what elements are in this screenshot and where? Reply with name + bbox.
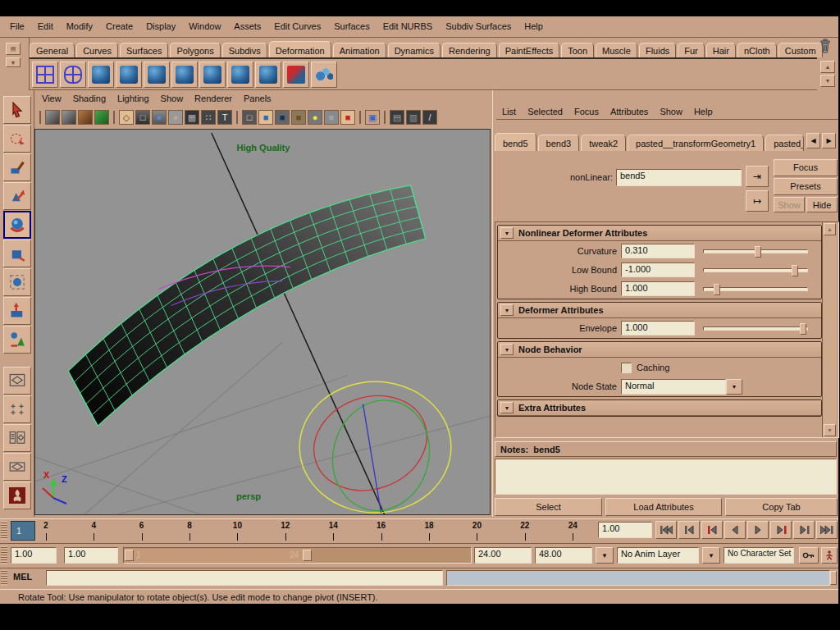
low-bound-field[interactable]: -1.000 bbox=[621, 262, 695, 277]
ae-menu-focus[interactable]: Focus bbox=[568, 105, 605, 118]
go-to-end-button[interactable] bbox=[816, 521, 838, 539]
range-end-handle[interactable] bbox=[303, 550, 312, 561]
low-bound-slider-handle[interactable] bbox=[792, 265, 798, 276]
shelf-tab-curves[interactable]: Curves bbox=[76, 43, 118, 57]
shelf-scroll-down-button[interactable]: ▼ bbox=[820, 75, 835, 87]
attribute-scrollbar[interactable]: ▲ ▼ bbox=[822, 222, 836, 437]
animation-end-field[interactable]: 48.00 bbox=[535, 547, 592, 564]
scene-canvas[interactable] bbox=[35, 130, 490, 514]
node-state-dropdown-arrow-icon[interactable]: ▼ bbox=[726, 379, 742, 395]
ae-menu-attributes[interactable]: Attributes bbox=[605, 105, 654, 118]
menu-create[interactable]: Create bbox=[99, 18, 139, 34]
character-set-dropdown-icon[interactable]: ▼ bbox=[702, 547, 720, 564]
shadows-icon[interactable]: ■ bbox=[324, 110, 339, 125]
show-button[interactable]: Show bbox=[774, 197, 805, 212]
shelf-tab-polygons[interactable]: Polygons bbox=[170, 43, 220, 57]
section-header-extra-attributes[interactable]: ▼Extra Attributes bbox=[498, 400, 821, 416]
curvature-slider[interactable] bbox=[703, 249, 808, 253]
shelf-tab-dynamics[interactable]: Dynamics bbox=[388, 43, 441, 57]
shelf-menu-button[interactable]: ▤ bbox=[6, 43, 21, 55]
time-slider-grip[interactable] bbox=[1, 521, 7, 540]
lasso-select-tool-button[interactable] bbox=[3, 125, 31, 153]
menu-help[interactable]: Help bbox=[518, 18, 550, 34]
caching-checkbox[interactable] bbox=[621, 363, 632, 373]
envelope-slider[interactable] bbox=[703, 326, 808, 331]
isolate-select-icon[interactable]: ▣ bbox=[365, 110, 380, 125]
camera-icon[interactable] bbox=[45, 110, 60, 125]
rotate-tool-button[interactable] bbox=[3, 211, 31, 239]
wave-deformer-icon[interactable] bbox=[227, 62, 253, 88]
bend-deformer-icon[interactable] bbox=[88, 62, 114, 88]
time-slider-track[interactable]: 1 24681012141618202224 bbox=[10, 520, 596, 541]
current-frame-marker[interactable]: 1 bbox=[11, 521, 35, 541]
curvature-field[interactable]: 0.310 bbox=[621, 244, 695, 258]
universal-manipulator-tool-button[interactable] bbox=[3, 268, 31, 296]
load-attributes-button[interactable]: Load Attributes bbox=[605, 498, 722, 516]
ae-tab-tweak2[interactable]: tweak2 bbox=[581, 135, 626, 151]
camera-attributes-icon[interactable] bbox=[62, 110, 76, 125]
auto-keyframe-icon[interactable] bbox=[799, 547, 819, 564]
paint-select-tool-button[interactable] bbox=[3, 153, 31, 181]
animation-start-field[interactable]: 1.00 bbox=[11, 547, 57, 564]
menu-file[interactable]: File bbox=[3, 18, 31, 34]
playback-end-field[interactable]: 24.00 bbox=[474, 547, 532, 564]
gate-mask-icon[interactable]: ● bbox=[168, 110, 183, 125]
menu-surfaces[interactable]: Surfaces bbox=[327, 18, 376, 34]
flat-shade-icon[interactable]: ■ bbox=[275, 110, 290, 125]
shelf-tab-toon[interactable]: Toon bbox=[561, 43, 594, 57]
presets-button[interactable]: Presets bbox=[774, 178, 838, 195]
grid-icon[interactable]: ◇ bbox=[119, 110, 134, 125]
smooth-shade-icon[interactable]: ■ bbox=[258, 110, 273, 125]
move-tool-button[interactable] bbox=[3, 182, 31, 210]
single-pane-layout-button[interactable] bbox=[3, 367, 31, 395]
select-button[interactable]: Select bbox=[495, 498, 602, 516]
anim-layer-field[interactable]: No Anim Layer bbox=[617, 547, 699, 564]
command-line-input[interactable] bbox=[46, 570, 443, 586]
high-bound-field[interactable]: 1.000 bbox=[621, 281, 695, 296]
ae-tab-pasted-pasted-re[interactable]: pasted__pasted__re bbox=[765, 135, 804, 151]
node-state-dropdown[interactable]: Normal bbox=[621, 379, 726, 395]
go-to-start-button[interactable] bbox=[655, 521, 677, 539]
lights-icon[interactable]: ● bbox=[308, 110, 322, 125]
ae-menu-help[interactable]: Help bbox=[688, 105, 719, 118]
jiggle-deformer-icon[interactable] bbox=[255, 62, 281, 88]
safe-title-icon[interactable]: T bbox=[217, 110, 232, 125]
shelf-tab-fluids[interactable]: Fluids bbox=[639, 43, 676, 57]
menu-window[interactable]: Window bbox=[182, 18, 227, 34]
shelf-tab-ncloth[interactable]: nCloth bbox=[737, 43, 777, 57]
wireframe-icon[interactable]: □ bbox=[242, 110, 257, 125]
step-back-key-button[interactable] bbox=[701, 521, 723, 539]
wire-deformer-icon[interactable] bbox=[283, 62, 309, 88]
panel-menu-panels[interactable]: Panels bbox=[238, 92, 277, 105]
select-tool-button[interactable] bbox=[3, 96, 31, 124]
collapse-icon[interactable]: ▼ bbox=[500, 304, 514, 316]
character-set-field[interactable]: No Character Set bbox=[724, 547, 794, 564]
range-start-handle[interactable] bbox=[125, 550, 134, 561]
section-header-deformer-attributes[interactable]: ▼Deformer Attributes bbox=[498, 303, 821, 318]
ae-tab-bend5[interactable]: bend5 bbox=[495, 133, 536, 151]
script-editor-icon[interactable] bbox=[830, 571, 837, 585]
shelf-scroll-up-button[interactable]: ▲ bbox=[820, 61, 835, 73]
play-backwards-button[interactable] bbox=[724, 521, 746, 539]
copy-tab-button[interactable]: Copy Tab bbox=[725, 498, 838, 516]
shelf-tab-animation[interactable]: Animation bbox=[333, 43, 386, 57]
hide-button[interactable]: Hide bbox=[806, 197, 838, 212]
tab-scroll-right-button[interactable]: ▶ bbox=[822, 133, 836, 148]
panel-menu-view[interactable]: View bbox=[36, 92, 67, 105]
section-header-nonlinear-deformer-attributes[interactable]: ▼Nonlinear Deformer Attributes bbox=[498, 226, 821, 241]
ae-menu-selected[interactable]: Selected bbox=[522, 105, 568, 118]
ae-tab-bend3[interactable]: bend3 bbox=[538, 135, 580, 151]
panel-menu-show[interactable]: Show bbox=[155, 92, 189, 105]
anim-layer-dropdown-icon[interactable]: ▼ bbox=[596, 547, 614, 564]
menu-edit-curves[interactable]: Edit Curves bbox=[267, 18, 327, 34]
current-time-field[interactable]: 1.00 bbox=[598, 522, 652, 538]
ae-tab-pasted-transformgeometry1[interactable]: pasted__transformGeometry1 bbox=[628, 135, 764, 151]
menu-display[interactable]: Display bbox=[139, 18, 182, 34]
panel-menu-lighting[interactable]: Lighting bbox=[112, 92, 155, 105]
image-plane-icon[interactable] bbox=[94, 110, 109, 125]
shelf-tab-custom[interactable]: Custom bbox=[778, 43, 823, 57]
section-header-node-behavior[interactable]: ▼Node Behavior bbox=[498, 342, 821, 358]
shelf-tab-surfaces[interactable]: Surfaces bbox=[120, 43, 168, 57]
playback-range-bar[interactable]: 1 24 bbox=[125, 549, 312, 562]
film-gate-icon[interactable]: □ bbox=[135, 110, 150, 125]
